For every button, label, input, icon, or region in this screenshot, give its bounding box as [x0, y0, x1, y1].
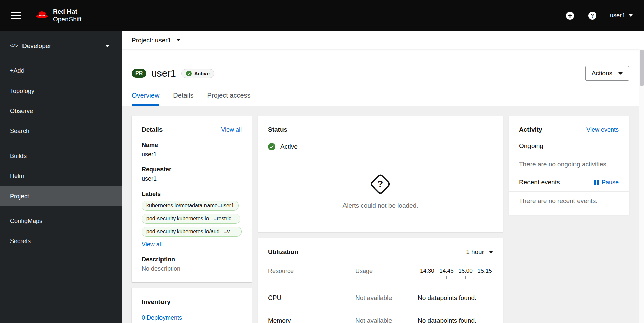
utilization-row-memory: Memory Not available No datapoints found… [268, 317, 493, 323]
tabs: Overview Details Project access [132, 92, 629, 106]
scrollbar-thumb[interactable] [640, 50, 644, 86]
resource-datapoints: No datapoints found. [418, 317, 476, 323]
scrollbar-track[interactable] [639, 49, 644, 323]
resource-column-header: Resource [268, 268, 355, 275]
label-chip[interactable]: kubernetes.io/metadata.name=user1 [142, 201, 239, 211]
alerts-empty-message: Alerts could not be loaded. [343, 202, 418, 209]
nav-section-gap [0, 206, 122, 211]
ongoing-empty-message: There are no ongoing activities. [519, 155, 619, 173]
main-area: Project: user1 PR user1 Active Actions [122, 31, 644, 323]
perspective-switcher[interactable]: </> Developer [0, 31, 122, 61]
details-column: Details View all Name user1 Requester us… [132, 116, 252, 323]
status-card-title: Status [268, 126, 287, 133]
sidebar-item-helm[interactable]: Helm [0, 166, 122, 186]
project-select-dropdown[interactable]: Project: user1 [132, 37, 180, 44]
status-badge-label: Active [194, 71, 210, 76]
sidebar-item-builds[interactable]: Builds [0, 146, 122, 166]
sidebar-item-project[interactable]: Project [0, 186, 122, 206]
sidebar-item-topology[interactable]: Topology [0, 81, 122, 101]
labels-label: Labels [142, 191, 242, 198]
nav-toggle-button[interactable] [11, 12, 21, 19]
axis-tick [465, 276, 466, 279]
sidebar-nav: </> Developer +Add Topology Observe Sear… [0, 31, 122, 323]
view-events-link[interactable]: View events [586, 126, 619, 133]
description-label: Description [142, 256, 242, 263]
resource-usage: Not available [355, 317, 418, 323]
alerts-empty-state: ? Alerts could not be loaded. [268, 159, 493, 222]
name-label: Name [142, 142, 242, 149]
resource-name: CPU [268, 294, 355, 302]
actions-label: Actions [592, 70, 612, 77]
nav-section-gap [0, 141, 122, 146]
label-chip[interactable]: pod-security.kubernetes.io/aud...=v1.... [142, 227, 242, 237]
deployments-count-link[interactable]: 0 Deployments [142, 314, 182, 321]
name-value: user1 [142, 151, 242, 158]
time-axis: 14:30 14:45 15:00 15:15 [418, 268, 494, 279]
brand-line1: Red Hat [53, 8, 82, 16]
import-shortcut-button[interactable] [566, 11, 574, 20]
time-axis-label: 15:15 [475, 268, 494, 279]
help-button[interactable]: ? [588, 11, 597, 20]
code-icon: </> [10, 43, 18, 49]
chevron-down-icon [489, 251, 493, 253]
details-card-title: Details [142, 126, 163, 133]
chevron-down-icon [618, 72, 623, 75]
masthead: Red Hat OpenShift ? user1 [0, 0, 644, 31]
tab-overview[interactable]: Overview [132, 92, 159, 106]
actions-dropdown-button[interactable]: Actions [585, 66, 629, 81]
user-menu[interactable]: user1 [610, 12, 633, 19]
chevron-down-icon [105, 45, 109, 47]
sidebar-item-observe[interactable]: Observe [0, 101, 122, 121]
project-resource-badge: PR [132, 69, 146, 78]
brand-text: Red Hat OpenShift [53, 8, 82, 23]
user-menu-label: user1 [610, 12, 625, 19]
chevron-down-icon [629, 14, 633, 17]
axis-tick [485, 276, 485, 279]
labels-group: kubernetes.io/metadata.name=user1 pod-se… [142, 198, 242, 248]
nav-group-resources: Builds Helm Project [0, 146, 122, 206]
brand-logo[interactable]: Red Hat OpenShift [34, 8, 82, 23]
utilization-row-cpu: CPU Not available No datapoints found. [268, 294, 493, 302]
page-title: user1 [151, 68, 176, 79]
tab-details[interactable]: Details [173, 92, 193, 106]
recent-events-label: Recent events [519, 179, 560, 186]
sidebar-item-search[interactable]: Search [0, 121, 122, 141]
labels-view-all-link[interactable]: View all [142, 241, 163, 248]
plus-circle-icon [566, 11, 574, 20]
duration-dropdown[interactable]: 1 hour [466, 248, 493, 256]
page-header: PR user1 Active Actions Overview Details [122, 49, 644, 106]
pause-events-button[interactable]: Pause [594, 179, 619, 186]
nav-group-config: ConfigMaps Secrets [0, 211, 122, 251]
time-axis-label: 14:30 [418, 268, 437, 279]
pause-label: Pause [602, 179, 619, 186]
usage-column-header: Usage [355, 268, 418, 275]
check-circle-icon [186, 71, 192, 76]
inventory-card: Inventory 0 Deployments [132, 288, 252, 323]
ongoing-label: Ongoing [519, 142, 543, 150]
resource-datapoints: No datapoints found. [418, 294, 476, 302]
requester-label: Requester [142, 166, 242, 173]
sidebar-item-configmaps[interactable]: ConfigMaps [0, 211, 122, 231]
recent-events-section-header: Recent events Pause [519, 173, 619, 191]
activity-card: Activity View events Ongoing There are n… [509, 116, 629, 215]
duration-selected-label: 1 hour [466, 248, 484, 256]
inventory-card-title: Inventory [142, 298, 171, 306]
activity-column: Activity View events Ongoing There are n… [509, 116, 629, 215]
label-chip[interactable]: pod-security.kubernetes.io...=restric... [142, 214, 240, 224]
sidebar-item-secrets[interactable]: Secrets [0, 231, 122, 251]
overview-dashboard: Details View all Name user1 Requester us… [122, 106, 644, 323]
project-status-row: Active [268, 143, 493, 150]
details-view-all-link[interactable]: View all [221, 126, 242, 133]
project-select-label: Project: user1 [132, 37, 171, 44]
recent-events-empty-message: There are no recent events. [519, 192, 619, 205]
axis-tick [427, 276, 427, 279]
utilization-header-row: Resource Usage 14:30 14:45 15:00 [268, 268, 493, 279]
time-axis-label: 14:45 [437, 268, 456, 279]
sidebar-item-add[interactable]: +Add [0, 61, 122, 81]
details-card: Details View all Name user1 Requester us… [132, 116, 252, 282]
question-circle-icon: ? [588, 11, 597, 20]
unknown-status-icon: ? [369, 173, 391, 195]
status-badge: Active [181, 69, 214, 78]
requester-value: user1 [142, 175, 242, 182]
tab-project-access[interactable]: Project access [207, 92, 251, 106]
